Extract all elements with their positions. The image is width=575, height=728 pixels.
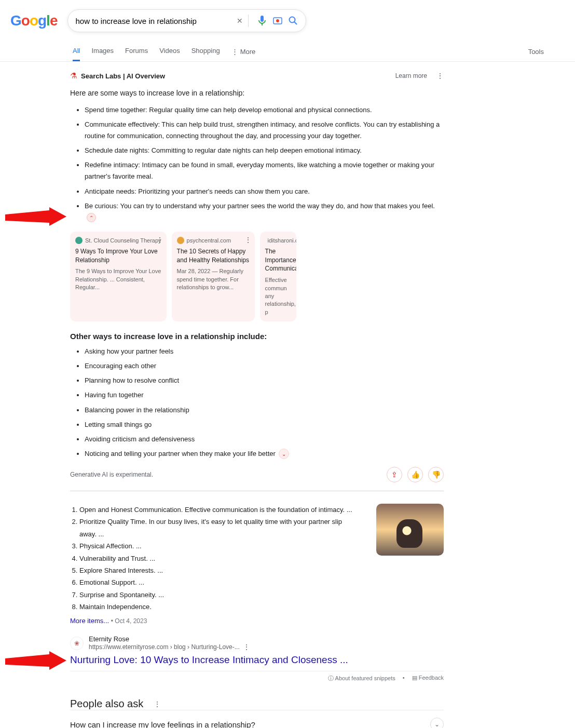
ai-bullet-list-2: Asking how your partner feels Encouragin…	[70, 346, 444, 460]
expand-icon[interactable]: ⌄	[279, 449, 289, 459]
card-snippet: Effective commun any relationship, p	[265, 276, 291, 316]
ai-bullet-list: Spend time together: Regular quality tim…	[70, 104, 444, 223]
thumbs-down-icon[interactable]: 👎	[428, 467, 444, 482]
source-favicon	[177, 237, 184, 244]
tab-shopping[interactable]: Shopping	[191, 42, 220, 61]
source-card[interactable]: ⋮ psychcentral.com The 10 Secrets of Hap…	[172, 232, 255, 321]
annotation-arrow	[0, 649, 67, 675]
featured-list: Open and Honest Communication. Effective…	[70, 504, 361, 613]
more-items-link[interactable]: More items...	[70, 617, 109, 625]
lens-icon[interactable]	[272, 16, 283, 26]
ai-bullet: Balancing power in the relationship	[85, 405, 444, 416]
list-item: Open and Honest Communication. Effective…	[79, 504, 361, 516]
list-item: Prioritize Quality Time. In our busy liv…	[79, 516, 361, 540]
paa-menu-icon[interactable]: ⋮	[154, 700, 161, 708]
ai-menu-icon[interactable]: ⋮	[436, 72, 444, 80]
svg-point-1	[276, 19, 279, 22]
card-menu-icon[interactable]: ⋮	[244, 236, 252, 244]
card-title: 9 Ways To Improve Your Love Relationship	[75, 247, 161, 265]
tab-forums[interactable]: Forums	[125, 42, 148, 61]
card-title: The 10 Secrets of Happy and Healthy Rela…	[177, 247, 250, 265]
ai-bullet: Be curious: You can try to understand wh…	[85, 200, 444, 223]
ai-overview-label: Search Labs | AI Overview	[81, 72, 165, 80]
result-site-name: Eternity Rose	[89, 635, 250, 643]
paa-question[interactable]: How can I increase my love feelings in a…	[70, 710, 444, 728]
svg-marker-5	[5, 651, 66, 670]
ai-bullet: Schedule date nights: Committing to regu…	[85, 145, 444, 156]
ai-intro: Here are some ways to increase love in a…	[70, 89, 444, 97]
thumbs-up-icon[interactable]: 👍	[407, 467, 423, 482]
collapse-icon[interactable]: ⌃	[87, 213, 96, 222]
flask-icon: ⚗	[70, 71, 77, 80]
card-snippet: The 9 Ways to Improve Your Love Relation…	[75, 267, 161, 291]
ai-bullet: Letting small things go	[85, 419, 444, 430]
ai-bullet: Noticing and telling your partner when t…	[85, 448, 444, 460]
ai-bullet: Encouraging each other	[85, 360, 444, 372]
tools-button[interactable]: Tools	[528, 43, 544, 61]
ai-subhead: Other ways to increase love in a relatio…	[70, 332, 444, 341]
tab-all[interactable]: All	[73, 42, 80, 61]
clear-icon[interactable]: ✕	[235, 16, 245, 26]
svg-line-3	[294, 22, 297, 24]
tab-images[interactable]: Images	[91, 42, 114, 61]
featured-image[interactable]	[376, 504, 444, 556]
featured-date: Oct 4, 2023	[115, 617, 147, 625]
list-item: Physical Affection. ...	[79, 540, 361, 552]
feedback-link[interactable]: ▤ Feedback	[412, 675, 444, 682]
list-item: Explore Shared Interests. ...	[79, 564, 361, 576]
search-box[interactable]: ✕	[67, 9, 306, 32]
ai-bullet: Having fun together	[85, 389, 444, 401]
source-card[interactable]: iditsharoni.co The Importance Communicat…	[260, 232, 296, 321]
source-cards: ⋮ St. Cloud Counseling Therapy 9 Ways To…	[70, 232, 444, 321]
list-item: Maintain Independence.	[79, 601, 361, 613]
card-title: The Importance Communicati	[265, 247, 291, 273]
ai-bullet: Planning how to resolve conflict	[85, 375, 444, 386]
source-favicon	[75, 237, 83, 244]
ai-bullet: Asking how your partner feels	[85, 346, 444, 357]
source-card[interactable]: ⋮ St. Cloud Counseling Therapy 9 Ways To…	[70, 232, 167, 321]
search-input[interactable]	[75, 17, 229, 25]
ai-bullet: Spend time together: Regular quality tim…	[85, 104, 444, 116]
list-item: Surprise and Spontaneity. ...	[79, 589, 361, 601]
tab-more[interactable]: ⋮More	[231, 42, 256, 61]
ai-disclaimer: Generative AI is experimental.	[70, 471, 153, 478]
ai-bullet: Redefine intimacy: Intimacy can be found…	[85, 159, 444, 182]
chevron-down-icon: ⌄	[430, 718, 444, 728]
svg-marker-4	[5, 207, 66, 226]
list-item: Emotional Support. ...	[79, 576, 361, 588]
tab-videos[interactable]: Videos	[159, 42, 180, 61]
result-url: https://www.eternityrose.com › blog › Nu…	[89, 643, 240, 651]
ai-bullet: Avoiding criticism and defensiveness	[85, 434, 444, 445]
result-menu-icon[interactable]: ⋮	[243, 643, 250, 651]
divider	[248, 15, 249, 27]
card-snippet: Mar 28, 2022 — Regularly spend time toge…	[177, 267, 250, 291]
card-menu-icon[interactable]: ⋮	[156, 236, 163, 244]
mic-icon[interactable]	[257, 16, 267, 26]
ai-bullet: Communicate effectively: This can help b…	[85, 119, 444, 142]
ai-bullet: Anticipate needs: Prioritizing your part…	[85, 186, 444, 197]
result-title-link[interactable]: Nurturing Love: 10 Ways to Increase Inti…	[70, 654, 444, 666]
learn-more-link[interactable]: Learn more	[395, 72, 427, 79]
result-favicon: ❀	[70, 637, 84, 650]
paa-heading: People also ask	[70, 698, 143, 710]
annotation-arrow	[0, 205, 67, 231]
export-icon[interactable]: ⇪	[387, 467, 402, 482]
about-snippets-link[interactable]: ⓘ About featured snippets	[328, 675, 395, 682]
list-item: Vulnerability and Trust. ...	[79, 552, 361, 564]
google-logo[interactable]: Google	[10, 12, 57, 29]
svg-point-2	[290, 17, 295, 23]
search-icon[interactable]	[288, 16, 298, 26]
